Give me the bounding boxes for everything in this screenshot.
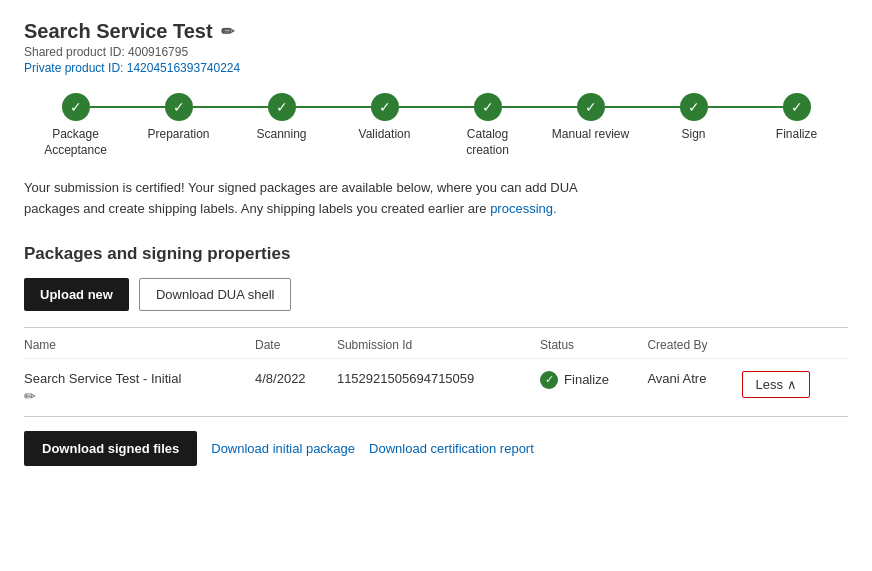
chevron-up-icon: ∧: [787, 377, 797, 392]
step-label-1: Package Acceptance: [44, 127, 107, 158]
step-validation: ✓ Validation: [333, 93, 436, 143]
title-text: Search Service Test: [24, 20, 213, 43]
less-label: Less: [755, 377, 782, 392]
step-circle-8: ✓: [783, 93, 811, 121]
step-label-5: Catalog creation: [466, 127, 509, 158]
col-created-by: Created By: [647, 328, 742, 359]
status-check-icon: ✓: [540, 371, 558, 389]
row-status: ✓ Finalize: [540, 358, 647, 408]
step-circle-5: ✓: [474, 93, 502, 121]
col-date: Date: [255, 328, 337, 359]
step-circle-2: ✓: [165, 93, 193, 121]
page-title: Search Service Test ✏: [24, 20, 848, 43]
status-text: Finalize: [564, 372, 609, 387]
col-status: Status: [540, 328, 647, 359]
package-name: Search Service Test - Initial: [24, 371, 247, 386]
step-label-2: Preparation: [147, 127, 209, 143]
bottom-divider: [24, 416, 848, 417]
download-cert-link[interactable]: Download certification report: [369, 441, 534, 456]
private-product-label: Private product ID:: [24, 61, 123, 75]
step-preparation: ✓ Preparation: [127, 93, 230, 143]
step-label-6: Manual review: [552, 127, 629, 143]
bottom-actions: Download signed files Download initial p…: [24, 431, 848, 466]
step-circle-1: ✓: [62, 93, 90, 121]
step-package-acceptance: ✓ Package Acceptance: [24, 93, 127, 158]
packages-title: Packages and signing properties: [24, 244, 848, 264]
row-date: 4/8/2022: [255, 358, 337, 408]
table-row: Search Service Test - Initial ✏ 4/8/2022…: [24, 358, 848, 408]
progress-steps: ✓ Package Acceptance ✓ Preparation ✓ Sca…: [24, 93, 848, 158]
step-circle-6: ✓: [577, 93, 605, 121]
download-signed-button[interactable]: Download signed files: [24, 431, 197, 466]
step-scanning: ✓ Scanning: [230, 93, 333, 143]
col-name: Name: [24, 328, 255, 359]
step-label-4: Validation: [359, 127, 411, 143]
download-dua-button[interactable]: Download DUA shell: [139, 278, 292, 311]
step-manual-review: ✓ Manual review: [539, 93, 642, 143]
row-edit-icon[interactable]: ✏: [24, 388, 247, 404]
row-created-by: Avani Atre: [647, 358, 742, 408]
col-action: [742, 328, 848, 359]
packages-table: Name Date Submission Id Status Created B…: [24, 328, 848, 408]
download-initial-link[interactable]: Download initial package: [211, 441, 355, 456]
upload-new-button[interactable]: Upload new: [24, 278, 129, 311]
step-label-8: Finalize: [776, 127, 817, 143]
edit-icon[interactable]: ✏: [221, 22, 234, 41]
row-name: Search Service Test - Initial ✏: [24, 358, 255, 408]
shared-product-id: 400916795: [128, 45, 188, 59]
processing-link[interactable]: processing.: [490, 201, 556, 216]
step-sign: ✓ Sign: [642, 93, 745, 143]
step-circle-3: ✓: [268, 93, 296, 121]
step-circle-7: ✓: [680, 93, 708, 121]
less-button[interactable]: Less ∧: [742, 371, 809, 398]
step-catalog-creation: ✓ Catalog creation: [436, 93, 539, 158]
row-submission-id: 1152921505694715059: [337, 358, 540, 408]
step-label-3: Scanning: [256, 127, 306, 143]
step-circle-4: ✓: [371, 93, 399, 121]
cert-message: Your submission is certified! Your signe…: [24, 178, 604, 220]
action-buttons: Upload new Download DUA shell: [24, 278, 848, 311]
step-finalize: ✓ Finalize: [745, 93, 848, 143]
col-submission-id: Submission Id: [337, 328, 540, 359]
private-product-id: 14204516393740224: [127, 61, 240, 75]
row-less-action: Less ∧: [742, 358, 848, 408]
step-label-7: Sign: [681, 127, 705, 143]
shared-product-label: Shared product ID:: [24, 45, 125, 59]
